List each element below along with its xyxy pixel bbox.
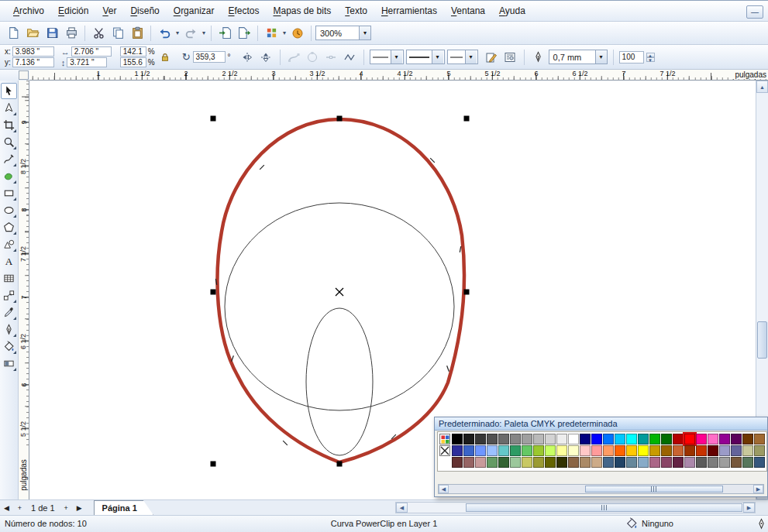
y-position-field[interactable]: 7.136 " [12, 57, 54, 67]
color-swatch[interactable] [580, 445, 591, 456]
freehand-tool[interactable] [1, 151, 17, 167]
color-swatch[interactable] [638, 434, 649, 444]
color-swatch[interactable] [463, 445, 474, 456]
palette-scrollbar[interactable]: ◀ ▶ [438, 484, 764, 494]
color-swatch[interactable] [626, 457, 637, 468]
freehand-smoothing-button[interactable] [484, 49, 500, 65]
undo-dropdown[interactable]: ▾ [174, 29, 181, 36]
pick-tool[interactable] [1, 83, 17, 99]
shape-tool[interactable] [1, 100, 17, 116]
mirror-vertical-button[interactable] [258, 49, 274, 65]
color-swatch[interactable] [615, 445, 625, 456]
color-swatch[interactable] [522, 434, 532, 444]
zoom-level-combobox[interactable]: 300% ▾ [315, 26, 371, 40]
page-tab[interactable]: Página 1 [94, 500, 153, 515]
no-color-swatch[interactable] [439, 445, 450, 456]
scroll-left-button[interactable]: ◀ [396, 503, 408, 513]
color-swatch[interactable] [719, 434, 730, 444]
line-style-combobox[interactable]: ▾ [406, 50, 445, 64]
nonproportional-scale-lock-button[interactable] [157, 49, 174, 65]
color-swatch[interactable] [498, 434, 509, 444]
menu-edicion[interactable]: Edición [51, 2, 95, 19]
color-swatch[interactable] [580, 457, 591, 468]
color-swatch[interactable] [556, 445, 567, 456]
color-swatch[interactable] [591, 457, 602, 468]
fill-tool[interactable] [1, 338, 17, 355]
color-swatch[interactable] [556, 457, 567, 468]
color-swatch[interactable] [533, 445, 544, 456]
opacity-field[interactable]: 100 [619, 51, 644, 63]
color-swatch[interactable] [487, 457, 498, 468]
wrap-paragraph-text-button[interactable] [502, 49, 518, 65]
x-position-field[interactable]: 3.983 " [12, 46, 54, 57]
outline-width-combobox[interactable]: 0,7 mm ▾ [549, 50, 608, 64]
color-swatch[interactable] [510, 434, 521, 444]
color-swatch[interactable] [591, 434, 602, 444]
color-swatch[interactable] [649, 445, 660, 456]
color-swatch[interactable] [673, 457, 684, 468]
color-swatch[interactable] [545, 445, 556, 456]
color-swatch[interactable] [684, 434, 695, 444]
selection-handle[interactable] [337, 116, 343, 122]
redo-dropdown[interactable]: ▾ [201, 29, 207, 36]
selection-handle[interactable] [337, 462, 343, 467]
convert-to-curves-button[interactable] [342, 49, 358, 65]
color-swatch[interactable] [475, 445, 486, 456]
color-swatch[interactable] [533, 434, 544, 444]
color-swatch[interactable] [638, 457, 649, 468]
color-swatch[interactable] [463, 457, 474, 468]
color-swatch[interactable] [487, 434, 498, 444]
color-swatch[interactable] [510, 445, 521, 456]
copy-button[interactable] [108, 24, 127, 43]
rectangle-tool[interactable] [1, 185, 17, 201]
palette-scroll-right-button[interactable]: ▶ [753, 485, 763, 493]
color-swatch[interactable] [742, 445, 753, 456]
smart-fill-tool[interactable] [1, 168, 17, 184]
add-page-after-button[interactable]: + [60, 502, 73, 514]
redo-button[interactable] [181, 24, 200, 43]
zoom-tool[interactable] [1, 134, 17, 150]
undo-button[interactable] [155, 24, 174, 43]
color-swatch[interactable] [603, 445, 614, 456]
color-swatch[interactable] [731, 434, 742, 444]
scroll-up-button[interactable]: ▲ [756, 81, 768, 93]
rotation-angle-field[interactable]: 359,3 [193, 51, 226, 63]
object-width-field[interactable]: 2.706 " [71, 46, 112, 57]
selection-handle[interactable] [211, 116, 216, 122]
menu-ver[interactable]: Ver [95, 2, 123, 19]
menu-diseno[interactable]: Diseño [123, 2, 166, 19]
color-swatch[interactable] [510, 457, 521, 468]
text-tool[interactable]: A [1, 253, 17, 269]
interactive-fill-tool[interactable] [1, 355, 17, 372]
color-swatch[interactable] [452, 434, 463, 444]
welcome-screen-button[interactable] [288, 24, 307, 43]
mirror-horizontal-button[interactable] [239, 49, 256, 65]
color-swatch[interactable] [568, 434, 579, 444]
color-swatch[interactable] [463, 434, 474, 444]
open-button[interactable] [23, 24, 42, 43]
selection-handle[interactable] [464, 290, 470, 295]
color-swatch[interactable] [684, 457, 695, 468]
palette-title-bar[interactable]: Predeterminado: Paleta CMYK predetermina… [435, 417, 767, 431]
selection-handle[interactable] [211, 290, 216, 295]
color-swatch[interactable] [498, 445, 509, 456]
color-swatch[interactable] [487, 445, 498, 456]
color-swatch[interactable] [684, 445, 695, 456]
color-swatch[interactable] [731, 457, 742, 468]
cut-button[interactable] [89, 24, 108, 43]
color-swatch[interactable] [568, 445, 579, 456]
horizontal-ruler[interactable]: 11 1/222 1/233 1/244 1/255 1/266 1/277 1… [29, 70, 768, 81]
color-swatch[interactable] [661, 445, 672, 456]
scale-y-field[interactable]: 155.6 [120, 57, 146, 67]
last-page-button[interactable]: ▶ [73, 502, 86, 514]
palette-scrollbar-thumb[interactable] [585, 486, 723, 493]
color-swatch[interactable] [754, 434, 765, 444]
arrowhead-start-combobox[interactable]: ▾ [370, 50, 404, 64]
menu-ventana[interactable]: Ventana [444, 2, 492, 19]
save-button[interactable] [43, 24, 61, 43]
palette-scroll-left-button[interactable]: ◀ [439, 485, 449, 493]
vertical-scrollbar-thumb[interactable] [757, 321, 767, 359]
color-swatch[interactable] [661, 457, 672, 468]
color-swatch[interactable] [591, 445, 602, 456]
color-swatch[interactable] [719, 457, 730, 468]
